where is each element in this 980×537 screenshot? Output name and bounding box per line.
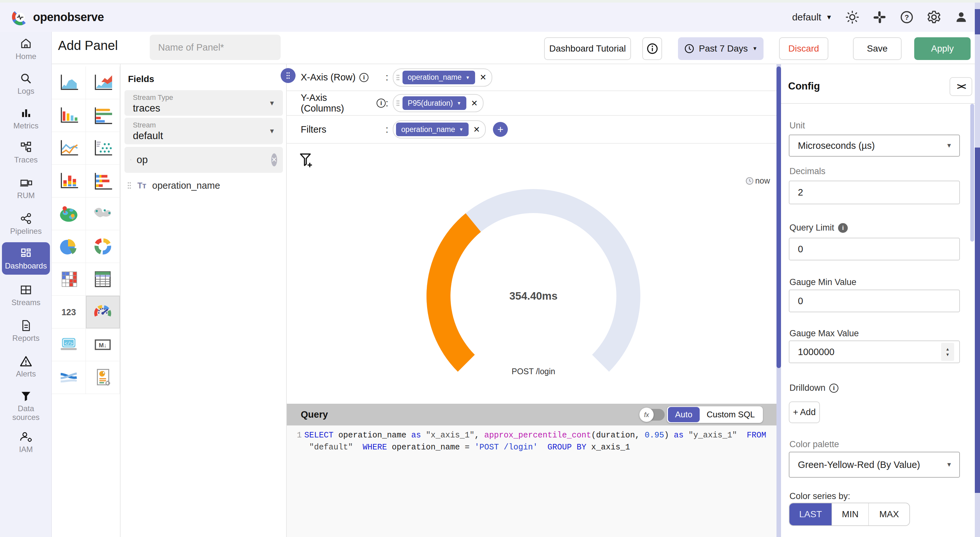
window-scrollbar-thumb[interactable]: [975, 148, 980, 493]
chevron-down-icon: ▼: [946, 461, 952, 468]
openobserve-logo[interactable]: openobserve: [12, 9, 104, 25]
field-item-operation-name[interactable]: Tᴛ operation_name: [127, 178, 220, 193]
remove-chip-icon[interactable]: ✕: [471, 125, 482, 134]
help-icon[interactable]: ?: [900, 10, 914, 24]
remove-chip-icon[interactable]: ✕: [469, 99, 480, 108]
settings-gear-icon[interactable]: [927, 10, 941, 24]
gauge-min-input[interactable]: [789, 290, 960, 312]
dashboard-tutorial-button[interactable]: Dashboard Tutorial: [544, 37, 631, 60]
sidebar-item-home[interactable]: Home: [0, 33, 52, 65]
decimals-input[interactable]: [789, 181, 960, 204]
vrl-function-toggle[interactable]: fx: [640, 409, 665, 421]
panel-drag-handle[interactable]: [281, 68, 296, 83]
panel-info-button[interactable]: [642, 37, 662, 60]
chart-type-markdown-icon[interactable]: M↓: [86, 328, 120, 361]
theme-sun-icon[interactable]: [845, 10, 859, 24]
number-stepper[interactable]: ▲▼: [941, 343, 954, 361]
chart-type-geo-map-icon[interactable]: [52, 198, 86, 230]
filter-field-chip[interactable]: operation_name▼ ✕: [393, 120, 486, 139]
add-condition-funnel-icon[interactable]: [299, 153, 313, 169]
builder-scrollbar-thumb[interactable]: [776, 67, 781, 368]
main-nav-sidebar: Home Logs Metrics Traces RUM Pipelines D…: [0, 32, 52, 537]
window-scrollbar-segment[interactable]: [975, 9, 980, 34]
chart-type-bar-icon[interactable]: [52, 99, 86, 132]
chart-type-stacked-area-icon[interactable]: [86, 67, 120, 99]
chart-type-horizontal-bar-icon[interactable]: [86, 99, 120, 132]
sidebar-item-reports[interactable]: Reports: [0, 315, 52, 346]
info-icon[interactable]: i: [838, 223, 848, 233]
browser-edge-strip: [0, 0, 980, 3]
sql-editor[interactable]: 1SELECT operation_name as "x_axis_1", ap…: [287, 425, 776, 537]
y-axis-field-chip[interactable]: P95(duration)▼ ✕: [393, 94, 484, 112]
chart-type-html-icon[interactable]: </>: [52, 328, 86, 361]
clear-search-icon[interactable]: ✕: [271, 153, 277, 166]
series-min-button[interactable]: MIN: [832, 503, 869, 525]
sidebar-item-metrics[interactable]: Metrics: [0, 103, 52, 134]
chart-type-metric-text-icon[interactable]: 123: [52, 296, 86, 328]
chevron-down-icon: ▼: [826, 14, 832, 21]
config-panel: Config >< Unit Microseconds (µs) ▼ Decim…: [781, 64, 975, 537]
user-icon[interactable]: [954, 10, 968, 24]
chart-type-sankey-icon[interactable]: [52, 361, 86, 394]
color-palette-select[interactable]: Green-Yellow-Red (By Value) ▼: [789, 452, 960, 478]
chart-type-scatter-icon[interactable]: [86, 132, 120, 165]
gauge-max-input[interactable]: [789, 341, 960, 363]
chart-type-gauge-icon[interactable]: [86, 296, 120, 328]
chart-type-horizontal-stacked-bar-icon[interactable]: [86, 165, 120, 198]
info-icon[interactable]: i: [377, 99, 386, 108]
info-icon[interactable]: i: [360, 73, 369, 82]
trace-graph-icon: [20, 141, 32, 153]
sidebar-item-iam[interactable]: IAM: [0, 426, 52, 457]
config-scrollbar-thumb[interactable]: [970, 104, 974, 242]
collapse-config-button[interactable]: ><: [950, 77, 972, 96]
config-title: Config: [788, 80, 820, 92]
stream-type-value: traces: [133, 102, 160, 114]
chart-type-panel: 123 </> M↓: [52, 64, 121, 537]
series-max-button[interactable]: MAX: [869, 503, 909, 525]
auto-mode-button[interactable]: Auto: [668, 407, 700, 422]
chart-type-line-icon[interactable]: [52, 132, 86, 165]
chart-type-area-icon[interactable]: [52, 67, 86, 99]
sidebar-item-logs[interactable]: Logs: [0, 68, 52, 99]
stepper-down-icon[interactable]: ▼: [946, 352, 950, 357]
sidebar-item-traces[interactable]: Traces: [0, 137, 52, 168]
discard-label: Discard: [789, 43, 819, 54]
panel-name-input[interactable]: [150, 35, 281, 60]
save-button[interactable]: Save: [853, 37, 902, 60]
apply-button[interactable]: Apply: [914, 37, 970, 60]
remove-chip-icon[interactable]: ✕: [478, 73, 488, 82]
sidebar-item-streams[interactable]: Streams: [0, 279, 52, 311]
sidebar-item-alerts[interactable]: Alerts: [0, 351, 52, 382]
org-selector-value: default: [792, 12, 821, 23]
time-range-button[interactable]: Past 7 Days ▼: [678, 37, 764, 60]
info-icon[interactable]: i: [829, 384, 838, 393]
openobserve-logo-icon: [12, 9, 29, 25]
unit-select[interactable]: Microseconds (µs) ▼: [789, 135, 960, 157]
sidebar-item-data-sources[interactable]: Data sources: [0, 387, 52, 425]
stream-select[interactable]: Stream default ▼: [124, 118, 283, 144]
org-selector[interactable]: default ▼: [792, 12, 832, 23]
chart-type-maps-icon[interactable]: [86, 198, 120, 230]
add-filter-button[interactable]: +: [493, 122, 508, 137]
sidebar-item-dashboards[interactable]: Dashboards: [2, 242, 50, 275]
filters-row: Filters : operation_name▼ ✕ +: [287, 116, 776, 143]
chart-type-donut-icon[interactable]: [86, 230, 120, 263]
discard-button[interactable]: Discard: [779, 37, 828, 60]
stream-type-select[interactable]: Stream Type traces ▼: [124, 90, 283, 116]
custom-sql-mode-button[interactable]: Custom SQL: [700, 407, 762, 422]
chart-type-stacked-bar-icon[interactable]: [52, 165, 86, 198]
field-search-input[interactable]: [137, 154, 266, 166]
chart-type-table-icon[interactable]: [86, 263, 120, 296]
chart-type-custom-chart-icon[interactable]: [86, 361, 120, 394]
query-limit-input[interactable]: [789, 238, 960, 260]
chart-type-heatmap-icon[interactable]: [52, 263, 86, 296]
chart-type-pie-icon[interactable]: [52, 230, 86, 263]
slack-icon[interactable]: [872, 10, 887, 24]
series-last-button[interactable]: LAST: [789, 503, 832, 525]
x-axis-field-chip[interactable]: operation_name▼ ✕: [393, 69, 492, 86]
sidebar-item-label: Dashboards: [5, 261, 47, 270]
sidebar-item-rum[interactable]: RUM: [0, 172, 52, 204]
sidebar-item-pipelines[interactable]: Pipelines: [0, 208, 52, 239]
add-drilldown-button[interactable]: + Add: [789, 402, 820, 423]
stepper-up-icon[interactable]: ▲: [946, 347, 950, 352]
